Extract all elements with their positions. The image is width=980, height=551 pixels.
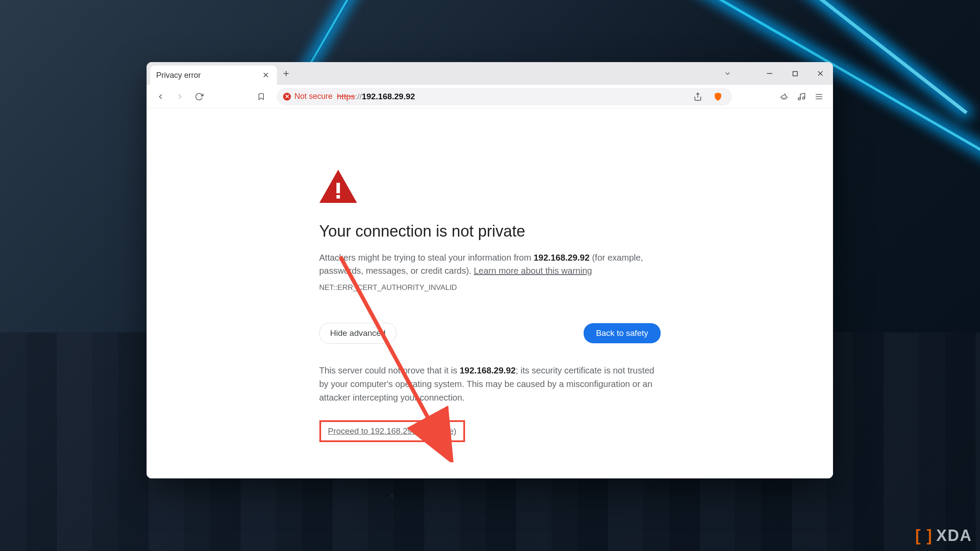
back-button[interactable] (153, 89, 168, 105)
new-tab-button[interactable]: + (277, 63, 295, 84)
bookmark-button[interactable] (253, 89, 269, 105)
maximize-button[interactable] (782, 62, 808, 85)
url-scheme: https (337, 92, 355, 101)
xda-text: XDA (936, 527, 972, 545)
forward-button[interactable] (172, 89, 188, 105)
tab-strip: Privacy error ✕ + (147, 62, 833, 85)
browser-tab[interactable]: Privacy error ✕ (150, 66, 277, 85)
not-secure-icon: ✕ (283, 93, 291, 101)
error-code: NET::ERR_CERT_AUTHORITY_INVALID (319, 283, 661, 292)
adv-host: 192.168.29.92 (460, 366, 516, 375)
tab-search-button[interactable] (724, 62, 732, 85)
reload-button[interactable] (191, 89, 207, 105)
advanced-explanation: This server could not prove that it is 1… (319, 364, 661, 405)
svg-rect-11 (336, 183, 340, 193)
button-row: Hide advanced Back to safety (319, 323, 661, 344)
security-indicator[interactable]: ✕ Not secure (283, 92, 332, 101)
error-text: Attackers might be trying to steal your … (319, 253, 534, 262)
svg-point-6 (803, 97, 805, 99)
proceed-highlight-box: Proceed to 192.168.29.92 (unsafe) (319, 420, 466, 442)
minimize-button[interactable] (757, 62, 782, 85)
xda-watermark: [ ] XDA (915, 527, 972, 545)
menu-icon[interactable] (811, 89, 827, 105)
close-window-button[interactable] (808, 62, 833, 85)
url-separator: :// (355, 92, 362, 101)
extensions-icon[interactable] (776, 89, 792, 105)
hide-advanced-button[interactable]: Hide advanced (319, 323, 397, 344)
brave-shields-icon[interactable] (710, 89, 726, 105)
error-description: Attackers might be trying to steal your … (319, 251, 661, 277)
proceed-unsafe-link[interactable]: Proceed to 192.168.29.92 (unsafe) (328, 426, 457, 436)
learn-more-link[interactable]: Learn more about this warning (474, 266, 592, 276)
xda-logo-icon: [ ] (915, 527, 933, 545)
toolbar: ✕ Not secure https://192.168.29.92 (147, 85, 833, 108)
svg-rect-1 (793, 71, 797, 76)
window-controls (757, 62, 833, 85)
back-to-safety-button[interactable]: Back to safety (584, 323, 660, 343)
close-tab-icon[interactable]: ✕ (261, 69, 271, 82)
share-icon[interactable] (690, 89, 706, 105)
adv-text: This server could not prove that it is (319, 366, 460, 375)
music-icon[interactable] (794, 89, 809, 105)
svg-rect-12 (336, 195, 340, 199)
url-text: https://192.168.29.92 (337, 92, 415, 101)
svg-point-5 (798, 98, 801, 100)
warning-triangle-icon (319, 170, 661, 205)
address-bar[interactable]: ✕ Not secure https://192.168.29.92 (277, 88, 732, 105)
url-host: 192.168.29.92 (362, 92, 415, 101)
error-heading: Your connection is not private (319, 222, 661, 241)
browser-window: Privacy error ✕ + (147, 62, 833, 478)
error-host: 192.168.29.92 (534, 253, 590, 262)
security-label: Not secure (294, 92, 332, 101)
tab-title: Privacy error (156, 71, 201, 80)
page-content: Your connection is not private Attackers… (147, 108, 833, 478)
